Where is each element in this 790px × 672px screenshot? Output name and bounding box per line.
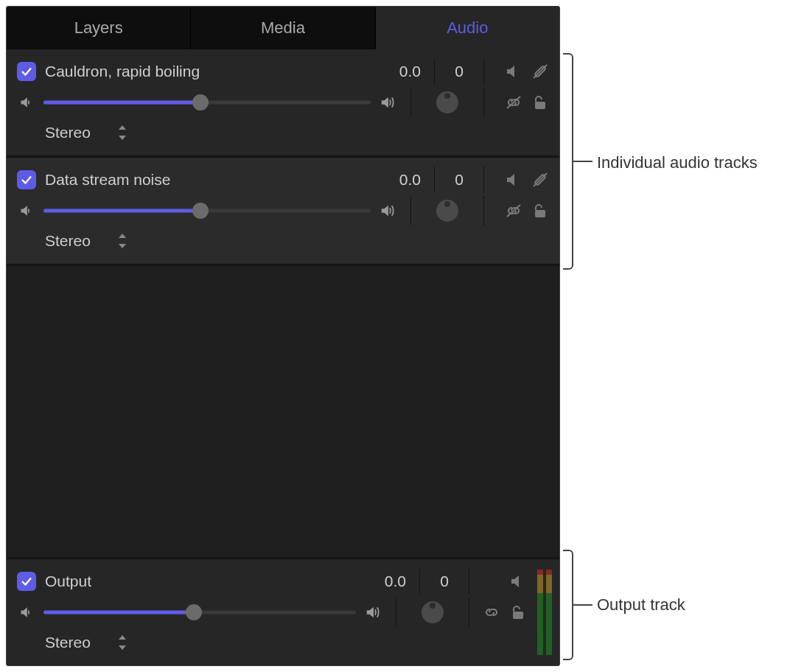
tab-media[interactable]: Media xyxy=(191,7,375,49)
channel-label: Stereo xyxy=(45,124,91,141)
bracket xyxy=(563,53,573,270)
pan-value[interactable]: 0 xyxy=(433,573,455,590)
chevron-updown-icon xyxy=(117,125,127,140)
tab-audio[interactable]: Audio xyxy=(376,7,559,49)
lock-icon[interactable] xyxy=(509,603,527,621)
link-icon[interactable] xyxy=(505,202,522,220)
link-icon[interactable] xyxy=(483,603,500,621)
solo-icon[interactable] xyxy=(531,63,549,80)
bracket xyxy=(563,550,573,660)
pan-value[interactable]: 0 xyxy=(448,171,470,189)
pan-knob[interactable] xyxy=(422,601,444,623)
track-enable-checkbox[interactable] xyxy=(17,170,36,189)
track-name[interactable]: Cauldron, rapid boiling xyxy=(45,63,369,80)
lock-icon[interactable] xyxy=(531,202,549,220)
mute-icon[interactable] xyxy=(509,573,527,590)
svg-rect-6 xyxy=(513,612,523,619)
callout-output: Output track xyxy=(597,595,685,615)
pan-value[interactable]: 0 xyxy=(448,63,470,80)
empty-area xyxy=(7,266,559,557)
level-slider[interactable] xyxy=(43,603,356,621)
level-value[interactable]: 0.0 xyxy=(369,63,421,80)
pan-knob[interactable] xyxy=(436,91,458,113)
tabs: Layers Media Audio xyxy=(7,7,559,49)
volume-low-icon xyxy=(17,95,36,110)
track-enable-checkbox[interactable] xyxy=(17,62,36,81)
channel-select[interactable]: Stereo xyxy=(45,634,127,651)
callout-individual: Individual audio tracks xyxy=(597,153,758,172)
output-track: Output 0.0 0 xyxy=(7,557,559,665)
svg-rect-2 xyxy=(535,102,545,109)
volume-low-icon xyxy=(17,605,36,620)
svg-rect-5 xyxy=(535,210,545,217)
link-icon[interactable] xyxy=(505,94,522,111)
channel-label: Stereo xyxy=(45,232,91,250)
volume-high-icon xyxy=(378,203,397,219)
channel-label: Stereo xyxy=(45,634,91,651)
output-enable-checkbox[interactable] xyxy=(17,572,36,591)
channel-select[interactable]: Stereo xyxy=(45,124,127,141)
volume-high-icon xyxy=(378,94,397,111)
lock-icon[interactable] xyxy=(531,94,549,111)
pan-knob[interactable] xyxy=(436,200,458,222)
volume-low-icon xyxy=(17,203,36,218)
audio-panel: Layers Media Audio Cauldron, rapid boili… xyxy=(6,6,560,666)
output-name[interactable]: Output xyxy=(45,573,354,590)
chevron-updown-icon xyxy=(117,635,127,650)
tab-layers[interactable]: Layers xyxy=(7,7,191,49)
svg-line-3 xyxy=(534,173,547,186)
track-row: Data stream noise 0.0 0 xyxy=(7,158,559,266)
level-slider[interactable] xyxy=(43,202,371,220)
track-list: Cauldron, rapid boiling 0.0 0 xyxy=(7,49,559,266)
volume-high-icon xyxy=(363,604,382,620)
level-slider[interactable] xyxy=(43,94,371,111)
level-value[interactable]: 0.0 xyxy=(369,171,421,189)
mute-icon[interactable] xyxy=(505,171,522,189)
solo-icon[interactable] xyxy=(531,171,549,189)
channel-select[interactable]: Stereo xyxy=(45,232,127,250)
chevron-updown-icon xyxy=(117,234,127,248)
level-value[interactable]: 0.0 xyxy=(354,573,406,590)
mute-icon[interactable] xyxy=(505,63,522,80)
track-name[interactable]: Data stream noise xyxy=(45,171,369,189)
svg-line-0 xyxy=(534,65,547,78)
track-row: Cauldron, rapid boiling 0.0 0 xyxy=(7,49,559,158)
level-meters xyxy=(537,570,552,655)
